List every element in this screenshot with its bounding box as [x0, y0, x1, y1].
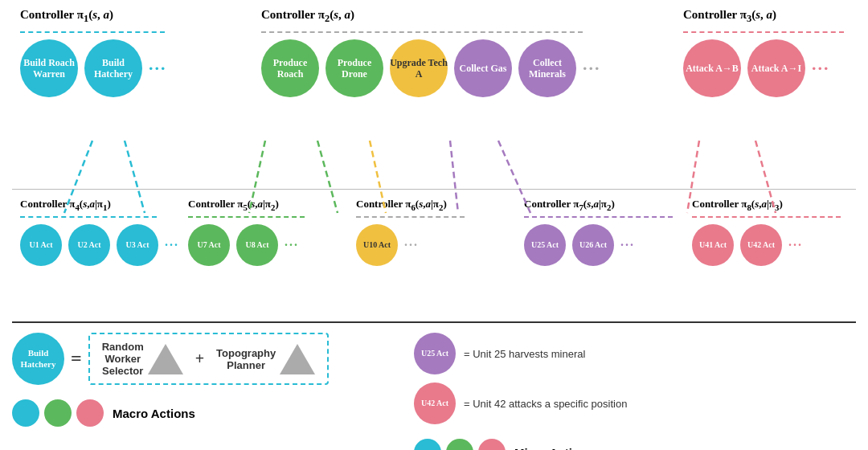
- controller-7-title: Controller π7(s,a|π2): [524, 198, 615, 212]
- macro-cyan-circle: [12, 399, 39, 427]
- controller-4-block: Controller π4(s,a|π1) U1 Act U2 Act U3 A…: [12, 198, 184, 266]
- controller-7-block: Controller π7(s,a|π2) U25 Act U26 Act ··…: [520, 198, 688, 266]
- c6-circles: U10 Act ···: [356, 224, 419, 266]
- circle-u8: U8 Act: [236, 224, 278, 266]
- circle-u1: U1 Act: [20, 224, 62, 266]
- circle-u42: U42 Act: [740, 224, 782, 266]
- controller-1-block: Controller π1(s, a) Build Roach Warren B…: [12, 8, 173, 97]
- c4-dashed: [20, 216, 157, 218]
- controller-2-block: Controller π2(s, a) Produce Roach Produc…: [257, 8, 595, 97]
- c7-dashed: [524, 216, 673, 218]
- circle-attack-ab: Attack A→B: [683, 39, 741, 97]
- dashed-box-equation: RandomWorkerSelector + TopographyPlanner: [88, 333, 330, 385]
- controller-3-block: Controller π3(s, a) Attack A→B Attack A→…: [679, 8, 856, 97]
- c8-circles: U41 Act U42 Act ···: [692, 224, 803, 266]
- topography-planner-label: TopographyPlanner: [216, 347, 276, 371]
- c6-dashed: [356, 216, 465, 218]
- circle-collect-minerals: Collect Minerals: [518, 39, 576, 97]
- controller-5-title: Controller π5(s,a|π2): [188, 198, 279, 212]
- controller-3-title: Controller π3(s, a): [683, 8, 776, 25]
- plus-sign: +: [195, 350, 204, 368]
- circle-build-hatchery: Build Hatchery: [84, 39, 142, 97]
- legend-u42: U42 Act = Unit 42 attacks a specific pos…: [414, 382, 856, 424]
- c3-dashed-line: [683, 31, 844, 33]
- legend-u42-circle: U42 Act: [414, 382, 456, 424]
- c3-dots: ···: [812, 58, 830, 79]
- micro-cyan-circle: [414, 439, 441, 450]
- micro-pink-circle: [478, 439, 506, 450]
- c6-dots: ···: [404, 238, 419, 252]
- random-worker-label: RandomWorkerSelector: [102, 341, 144, 377]
- circle-upgrade-tech: Upgrade Tech A: [390, 39, 448, 97]
- controller-6-block: Controller π6(s,a|π2) U10 Act ···: [352, 198, 520, 266]
- legend-u25-text: = Unit 25 harvests mineral: [464, 348, 585, 360]
- micro-row: Micro Actions: [414, 439, 856, 450]
- controller-2-title: Controller π2(s, a): [261, 8, 354, 25]
- triangle-2: [280, 344, 315, 374]
- equals-sign: =: [71, 348, 82, 370]
- circle-u2: U2 Act: [68, 224, 110, 266]
- top-section: Controller π1(s, a) Build Roach Warren B…: [12, 8, 856, 185]
- c5-circles: U7 Act U8 Act ···: [188, 224, 299, 266]
- circle-collect-gas: Collect Gas: [454, 39, 512, 97]
- legend-right: U25 Act = Unit 25 harvests mineral U42 A…: [414, 333, 856, 450]
- c3-circles: Attack A→B Attack A→I ···: [683, 39, 830, 97]
- c4-circles: U1 Act U2 Act U3 Act ···: [20, 224, 179, 266]
- c2-dashed-line: [261, 31, 583, 33]
- micro-green-circle: [446, 439, 473, 450]
- micro-label: Micro Actions: [514, 446, 594, 451]
- c8-dashed: [692, 216, 841, 218]
- controller-8-block: Controller π8(s,a|π3) U41 Act U42 Act ··…: [688, 198, 856, 266]
- c4-dots: ···: [165, 238, 179, 252]
- c1-dots: ···: [149, 58, 167, 79]
- circle-u3: U3 Act: [117, 224, 158, 266]
- circle-build-roach-warren: Build Roach Warren: [20, 39, 78, 97]
- equation-row: Build Hatchery = RandomWorkerSelector + …: [12, 333, 398, 385]
- circle-u25: U25 Act: [524, 224, 566, 266]
- middle-section: Controller π4(s,a|π1) U1 Act U2 Act U3 A…: [12, 189, 856, 321]
- circle-u26: U26 Act: [572, 224, 614, 266]
- macro-row: Macro Actions: [12, 399, 398, 427]
- main-container: Controller π1(s, a) Build Roach Warren B…: [0, 0, 868, 450]
- circle-attack-ai: Attack A→I: [747, 39, 805, 97]
- legend-u42-text: = Unit 42 attacks a specific position: [464, 398, 627, 410]
- bottom-section: Build Hatchery = RandomWorkerSelector + …: [12, 321, 856, 446]
- legend-build-hatchery-circle: Build Hatchery: [12, 333, 64, 385]
- controller-6-title: Controller π6(s,a|π2): [356, 198, 447, 212]
- controller-4-title: Controller π4(s,a|π1): [20, 198, 111, 212]
- c7-circles: U25 Act U26 Act ···: [524, 224, 635, 266]
- controller-1-title: Controller π1(s, a): [20, 8, 113, 25]
- legend-u25-circle: U25 Act: [414, 333, 456, 374]
- macro-pink-circle: [76, 399, 104, 427]
- c5-dashed: [188, 216, 305, 218]
- controller-5-block: Controller π5(s,a|π2) U7 Act U8 Act ···: [184, 198, 352, 266]
- c1-dashed-line: [20, 31, 165, 33]
- c2-circles: Produce Roach Produce Drone Upgrade Tech…: [261, 39, 601, 97]
- c5-dots: ···: [285, 238, 299, 252]
- circle-produce-roach: Produce Roach: [261, 39, 319, 97]
- macro-green-circle: [44, 399, 72, 427]
- triangle-1: [148, 344, 183, 374]
- c7-dots: ···: [620, 238, 635, 252]
- controller-8-title: Controller π8(s,a|π3): [692, 198, 783, 212]
- circle-produce-drone: Produce Drone: [326, 39, 383, 97]
- legend-left: Build Hatchery = RandomWorkerSelector + …: [12, 333, 398, 427]
- macro-label: Macro Actions: [113, 407, 195, 420]
- c1-circles: Build Roach Warren Build Hatchery ···: [20, 39, 167, 97]
- circle-u7: U7 Act: [188, 224, 230, 266]
- circle-u41: U41 Act: [692, 224, 734, 266]
- c2-dots: ···: [583, 58, 601, 79]
- c8-dots: ···: [788, 238, 803, 252]
- legend-u25: U25 Act = Unit 25 harvests mineral: [414, 333, 856, 374]
- circle-u10: U10 Act: [356, 224, 398, 266]
